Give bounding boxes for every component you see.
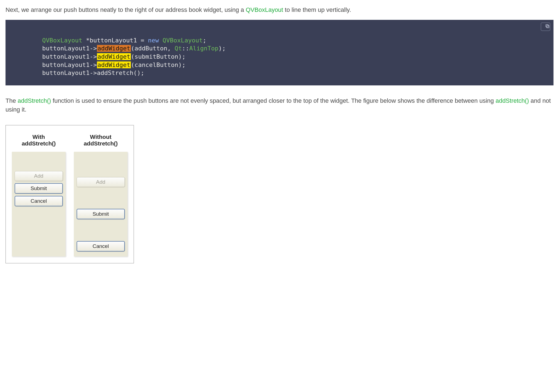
code-token: ::: [182, 45, 189, 52]
code-token: buttonLayout1->: [28, 45, 97, 52]
figure-heading: With addStretch(): [12, 134, 66, 147]
svg-rect-0: [547, 25, 549, 28]
code-highlight: addWidget: [97, 53, 131, 60]
figure-column-without: Without addStretch() Add Submit Cancel: [74, 134, 128, 256]
code-highlight: addWidget: [97, 45, 131, 52]
code-token: );: [218, 45, 226, 52]
text: function is used to ensure the push butt…: [51, 97, 496, 104]
cancel-button: Cancel: [15, 196, 63, 206]
code-token: (submitButton);: [131, 53, 186, 60]
code-token: *buttonLayout1 =: [82, 37, 148, 44]
text: Next, we arrange our push buttons neatly…: [6, 6, 246, 13]
text: to line them up vertically.: [283, 6, 351, 13]
code-token: QVBoxLayout: [159, 37, 203, 44]
add-button: Add: [15, 171, 63, 181]
copy-icon: [541, 20, 550, 34]
addstretch-link[interactable]: addStretch(): [18, 97, 51, 104]
layout-panel-with: Add Submit Cancel: [12, 152, 66, 256]
figure-heading: Without addStretch(): [74, 134, 128, 147]
code-token: buttonLayout1->: [28, 53, 97, 60]
code-token: buttonLayout1->addStretch();: [28, 69, 144, 76]
code-token: (addButton,: [131, 45, 175, 52]
submit-button: Submit: [77, 209, 125, 219]
code-token: QVBoxLayout: [42, 37, 82, 44]
qvboxlayout-link[interactable]: QVBoxLayout: [246, 6, 283, 13]
comparison-figure: With addStretch() Add Submit Cancel With…: [6, 125, 134, 263]
code-token: new: [148, 37, 159, 44]
intro-paragraph: Next, we arrange our push buttons neatly…: [6, 6, 553, 14]
code-token: ;: [203, 37, 206, 44]
cancel-button: Cancel: [77, 241, 125, 252]
code-highlight: addWidget: [97, 61, 131, 68]
svg-rect-1: [546, 25, 548, 27]
code-token: (cancelButton);: [131, 61, 186, 68]
text: The: [6, 97, 18, 104]
code-block: QVBoxLayout *buttonLayout1 = new QVBoxLa…: [6, 20, 553, 85]
submit-button: Submit: [15, 183, 63, 194]
explain-paragraph: The addStretch() function is used to ens…: [6, 96, 553, 114]
code-token: buttonLayout1->: [28, 61, 97, 68]
layout-panel-without: Add Submit Cancel: [74, 152, 128, 256]
copy-button[interactable]: [541, 23, 550, 31]
figure-column-with: With addStretch() Add Submit Cancel: [12, 134, 66, 256]
add-button: Add: [77, 177, 125, 187]
addstretch-link[interactable]: addStretch(): [496, 97, 529, 104]
code-token: AlignTop: [189, 45, 218, 52]
code-token: Qt: [175, 45, 182, 52]
